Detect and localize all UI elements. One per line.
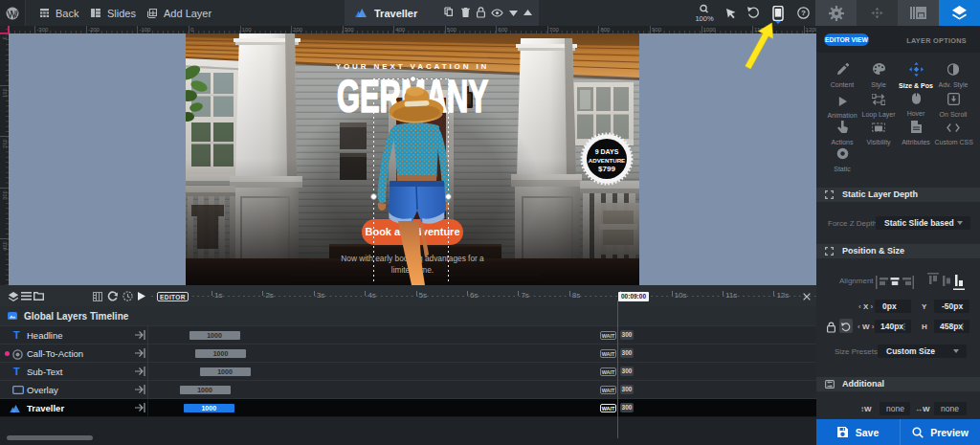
svg-text:100%: 100% <box>695 14 714 23</box>
svg-text:?: ? <box>801 9 806 17</box>
